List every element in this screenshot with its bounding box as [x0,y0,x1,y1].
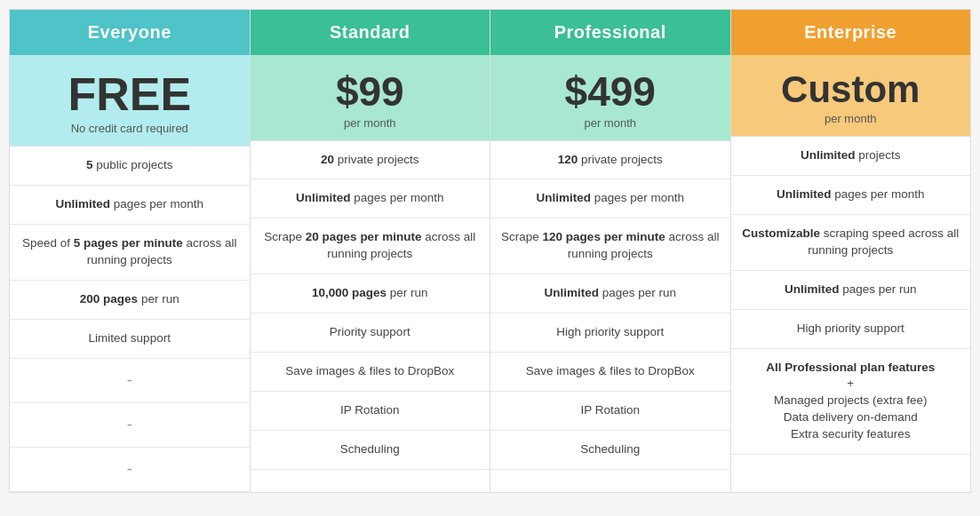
everyone-feature-3: 200 pages per run [10,281,250,320]
standard-feature-6: IP Rotation [251,392,490,431]
enterprise-feature-5: All Professional plan features+Managed p… [731,349,971,455]
professional-feature-6: IP Rotation [490,392,730,431]
standard-feature-7: Scheduling [251,431,490,470]
standard-feature-1: Unlimited pages per month [251,179,490,218]
professional-header: Professional [490,10,730,55]
enterprise-price-block: Customper month [731,55,971,137]
everyone-feature-2: Speed of 5 pages per minute across all r… [10,225,250,281]
everyone-feature-0: 5 public projects [10,147,250,186]
standard-feature-4: Priority support [251,314,490,353]
professional-price-block: $499per month [490,55,730,141]
standard-header: Standard [251,10,490,55]
enterprise-price-amount: Custom [740,69,962,110]
everyone-feature-7: - [10,448,250,492]
everyone-feature-6: - [10,403,250,448]
everyone-feature-1: Unlimited pages per month [10,186,250,225]
standard-feature-3: 10,000 pages per run [251,274,490,314]
everyone-feature-5: - [10,359,250,403]
professional-feature-3: Unlimited pages per run [490,274,730,314]
enterprise-price-sub: per month [740,112,962,125]
standard-feature-2: Scrape 20 pages per minute across all ru… [251,218,490,274]
professional-feature-7: Scheduling [490,431,730,470]
everyone-price-sub: No credit card required [19,122,241,135]
professional-feature-4: High priority support [490,314,730,353]
enterprise-feature-3: Unlimited pages per run [731,271,971,310]
professional-price-sub: per month [499,116,721,130]
plan-enterprise: EnterpriseCustomper monthUnlimited proje… [731,10,971,492]
standard-feature-0: 20 private projects [251,141,490,180]
everyone-price-block: FREENo credit card required [10,55,250,147]
plan-everyone: EveryoneFREENo credit card required5 pub… [10,10,251,492]
everyone-header: Everyone [10,10,250,55]
enterprise-feature-4: High priority support [731,310,971,349]
professional-price-amount: $499 [499,69,721,115]
plan-professional: Professional$499per month120 private pro… [490,10,731,492]
enterprise-header: Enterprise [731,10,971,55]
everyone-feature-4: Limited support [10,320,250,359]
standard-price-amount: $99 [259,69,482,115]
standard-feature-5: Save images & files to DropBox [251,353,490,392]
standard-price-block: $99per month [251,55,490,141]
professional-feature-0: 120 private projects [490,141,730,180]
professional-feature-1: Unlimited pages per month [490,179,730,218]
pricing-table: EveryoneFREENo credit card required5 pub… [9,9,971,493]
enterprise-feature-1: Unlimited pages per month [731,176,971,215]
standard-price-sub: per month [259,116,482,130]
professional-feature-2: Scrape 120 pages per minute across all r… [490,218,730,274]
enterprise-feature-2: Customizable scraping speed across all r… [731,215,971,271]
enterprise-feature-0: Unlimited projects [731,137,971,176]
plan-standard: Standard$99per month20 private projectsU… [251,10,491,492]
professional-feature-5: Save images & files to DropBox [490,353,730,392]
everyone-price-amount: FREE [19,69,241,120]
